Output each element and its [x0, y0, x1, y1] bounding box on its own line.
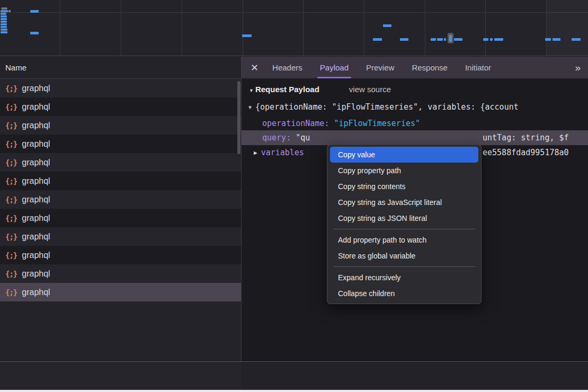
menu-separator	[333, 266, 475, 267]
request-row[interactable]: {;}graphql	[0, 283, 241, 301]
details-tab-bar: ✕ HeadersPayloadPreviewResponseInitiator…	[242, 57, 588, 78]
request-row[interactable]: {;}graphql	[0, 227, 241, 246]
request-row[interactable]: {;}graphql	[0, 209, 241, 227]
request-timing-bar	[1, 29, 7, 31]
request-name: graphql	[22, 195, 50, 204]
request-list-panel: Name {;}graphql{;}graphql{;}graphql{;}gr…	[0, 57, 241, 362]
request-timing-bar	[30, 32, 39, 34]
overview-gridline	[425, 0, 425, 56]
request-row[interactable]: {;}graphql	[0, 79, 241, 97]
request-timing-bar	[572, 38, 581, 41]
devtools-screenshot: Name {;}graphql{;}graphql{;}graphql{;}gr…	[0, 0, 588, 392]
json-braces-icon: {;}	[5, 195, 17, 204]
expander-down-icon[interactable]: ▼	[248, 104, 252, 110]
overview-horizontal-gridline	[0, 12, 588, 13]
request-name: graphql	[22, 176, 50, 186]
tab-preview[interactable]: Preview	[366, 57, 394, 78]
property-value: "ipFlowTimeseries"	[334, 119, 420, 128]
json-braces-icon: {;}	[5, 214, 17, 222]
request-row[interactable]: {;}graphql	[0, 116, 241, 135]
tab-initiator[interactable]: Initiator	[465, 57, 491, 78]
property-key: variables	[261, 148, 304, 157]
overview-gridline	[546, 0, 547, 56]
section-title: Request Payload	[255, 85, 319, 94]
name-column-label: Name	[5, 63, 26, 72]
overview-gridline	[485, 0, 486, 56]
menu-item-copy-string-as-json-literal[interactable]: Copy string as JSON literal	[330, 210, 478, 226]
request-timing-bar	[1, 31, 7, 33]
expander-right-icon[interactable]: ▶	[254, 149, 257, 156]
request-row[interactable]: {;}graphql	[0, 246, 241, 264]
menu-item-copy-value[interactable]: Copy value	[330, 147, 478, 163]
overview-gridline	[121, 0, 121, 56]
name-column-header[interactable]: Name	[0, 57, 241, 79]
devtools-window: Name {;}graphql{;}graphql{;}graphql{;}gr…	[0, 0, 588, 390]
json-braces-icon: {;}	[5, 288, 17, 297]
request-timing-bar	[431, 38, 436, 41]
operation-name-row[interactable]: operationName: "ipFlowTimeseries"	[242, 117, 588, 130]
request-timing-bar	[494, 38, 503, 41]
menu-item-store-as-global-variable[interactable]: Store as global variable	[330, 248, 478, 264]
request-timing-bar	[444, 38, 446, 41]
menu-item-copy-string-contents[interactable]: Copy string contents	[330, 179, 478, 194]
close-icon[interactable]: ✕	[251, 62, 259, 74]
request-name: graphql	[22, 232, 50, 242]
request-payload-section-header[interactable]: ▼ Request Payload view source	[242, 78, 588, 92]
request-timing-bar	[1, 15, 7, 17]
request-list: {;}graphql{;}graphql{;}graphql{;}graphql…	[0, 79, 241, 301]
request-name: graphql	[22, 251, 50, 260]
menu-item-copy-string-as-javascript-literal[interactable]: Copy string as JavaScript literal	[330, 194, 478, 210]
request-timing-bar	[1, 26, 7, 28]
request-timing-bar	[454, 38, 462, 41]
menu-item-expand-recursively[interactable]: Expand recursively	[330, 270, 478, 286]
request-timing-bar	[8, 10, 11, 12]
json-braces-icon: {;}	[5, 121, 17, 130]
tab-headers[interactable]: Headers	[272, 57, 302, 78]
request-row[interactable]: {;}graphql	[0, 264, 241, 283]
json-braces-icon: {;}	[5, 103, 17, 111]
json-braces-icon: {;}	[5, 251, 17, 260]
query-row-selected[interactable]: query: "qu untTag: string, $f	[242, 130, 588, 145]
request-timing-bar	[545, 38, 551, 41]
overview-gridline	[243, 0, 243, 56]
request-row[interactable]: {;}graphql	[0, 172, 241, 190]
request-timing-bar	[373, 38, 382, 41]
more-tabs-icon[interactable]: »	[575, 62, 588, 74]
menu-item-collapse-children[interactable]: Collapse children	[330, 286, 478, 301]
overview-gridline	[182, 0, 182, 56]
request-timing-bar	[1, 21, 7, 23]
payload-root-row[interactable]: ▼ {operationName: "ipFlowTimeseries", va…	[242, 101, 588, 113]
menu-item-add-property-path-to-watch[interactable]: Add property path to watch	[330, 232, 478, 248]
request-timing-bar	[400, 38, 408, 41]
request-row[interactable]: {;}graphql	[0, 153, 241, 172]
view-source-link[interactable]: view source	[349, 85, 391, 94]
request-timing-bar	[483, 38, 488, 41]
request-timing-bar	[242, 34, 252, 37]
request-timing-bar	[1, 18, 7, 20]
context-menu: Copy valueCopy property pathCopy string …	[327, 144, 482, 304]
request-timing-bar	[30, 10, 39, 13]
request-name: graphql	[22, 213, 50, 223]
tab-payload[interactable]: Payload	[320, 57, 349, 78]
json-braces-icon: {;}	[5, 177, 17, 185]
request-timing-bar	[449, 35, 452, 42]
section-expander-icon[interactable]: ▼	[249, 88, 254, 93]
overview-gridline	[303, 0, 304, 56]
network-overview-timeline[interactable]	[0, 0, 588, 56]
property-value-fragment-right: untTag: string, $f	[483, 130, 569, 145]
tab-response[interactable]: Response	[412, 57, 448, 78]
request-name: graphql	[22, 84, 50, 93]
request-row[interactable]: {;}graphql	[0, 97, 241, 116]
menu-item-copy-property-path[interactable]: Copy property path	[330, 163, 478, 179]
json-braces-icon: {;}	[5, 270, 17, 278]
request-timing-bar	[490, 38, 493, 41]
menu-separator	[333, 229, 475, 229]
property-value-fragment-right: ee5588fdad995178a0	[483, 145, 569, 160]
request-row[interactable]: {;}graphql	[0, 135, 241, 153]
request-timing-bar	[437, 38, 443, 41]
request-row[interactable]: {;}graphql	[0, 190, 241, 209]
scrollbar-thumb[interactable]	[237, 81, 240, 154]
overview-shaded-region	[547, 0, 588, 56]
request-timing-bar	[553, 38, 560, 41]
overview-gridline	[364, 0, 364, 56]
